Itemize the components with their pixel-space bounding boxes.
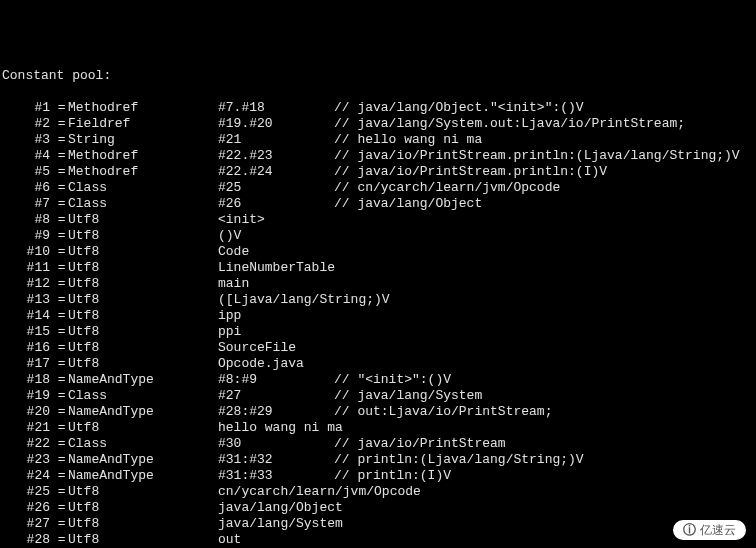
entry-tag: Class bbox=[68, 388, 218, 404]
entry-index: #18 bbox=[2, 372, 50, 388]
entry-tag: Utf8 bbox=[68, 276, 218, 292]
constant-pool-entry: #7 = Class#26// java/lang/Object bbox=[2, 196, 754, 212]
entry-comment: // java/lang/System bbox=[334, 388, 482, 404]
equals-sign: = bbox=[50, 452, 68, 468]
entry-index: #22 bbox=[2, 436, 50, 452]
entry-ref: #25 bbox=[218, 180, 334, 196]
entry-index: #14 bbox=[2, 308, 50, 324]
entry-tag: Utf8 bbox=[68, 532, 218, 548]
entry-index: #5 bbox=[2, 164, 50, 180]
equals-sign: = bbox=[50, 436, 68, 452]
entry-tag: Utf8 bbox=[68, 420, 218, 436]
entry-tag: NameAndType bbox=[68, 468, 218, 484]
entry-tag: Utf8 bbox=[68, 244, 218, 260]
entry-ref: #22.#23 bbox=[218, 148, 334, 164]
equals-sign: = bbox=[50, 356, 68, 372]
entry-tag: NameAndType bbox=[68, 404, 218, 420]
entry-comment: // java/io/PrintStream.println:(Ljava/la… bbox=[334, 148, 740, 164]
entry-ref: <init> bbox=[218, 212, 334, 228]
entry-index: #8 bbox=[2, 212, 50, 228]
entry-tag: Utf8 bbox=[68, 516, 218, 532]
entry-tag: Class bbox=[68, 196, 218, 212]
entry-ref: Opcode.java bbox=[218, 356, 334, 372]
equals-sign: = bbox=[50, 228, 68, 244]
entry-comment: // println:(Ljava/lang/String;)V bbox=[334, 452, 584, 468]
entry-index: #1 bbox=[2, 100, 50, 116]
constant-pool-entry: #21 = Utf8hello wang ni ma bbox=[2, 420, 754, 436]
entry-ref: out bbox=[218, 532, 334, 548]
entry-tag: Utf8 bbox=[68, 356, 218, 372]
watermark-badge: ⓘ 亿速云 bbox=[673, 520, 746, 540]
constant-pool-entry: #25 = Utf8cn/ycarch/learn/jvm/Opcode bbox=[2, 484, 754, 500]
entry-ref: #7.#18 bbox=[218, 100, 334, 116]
entry-index: #17 bbox=[2, 356, 50, 372]
entry-ref: hello wang ni ma bbox=[218, 420, 334, 436]
entry-index: #19 bbox=[2, 388, 50, 404]
entry-tag: Methodref bbox=[68, 100, 218, 116]
constant-pool-entry: #24 = NameAndType#31:#33// println:(I)V bbox=[2, 468, 754, 484]
entry-index: #28 bbox=[2, 532, 50, 548]
entry-index: #15 bbox=[2, 324, 50, 340]
equals-sign: = bbox=[50, 516, 68, 532]
entry-tag: Class bbox=[68, 436, 218, 452]
equals-sign: = bbox=[50, 116, 68, 132]
equals-sign: = bbox=[50, 324, 68, 340]
constant-pool-entry: #19 = Class#27// java/lang/System bbox=[2, 388, 754, 404]
equals-sign: = bbox=[50, 212, 68, 228]
entry-index: #26 bbox=[2, 500, 50, 516]
entry-index: #9 bbox=[2, 228, 50, 244]
entry-index: #13 bbox=[2, 292, 50, 308]
entry-comment: // java/lang/System.out:Ljava/io/PrintSt… bbox=[334, 116, 685, 132]
constant-pool-entry: #10 = Utf8Code bbox=[2, 244, 754, 260]
constant-pool-entry: #5 = Methodref#22.#24// java/io/PrintStr… bbox=[2, 164, 754, 180]
constant-pool-header: Constant pool: bbox=[2, 68, 754, 84]
entry-ref: main bbox=[218, 276, 334, 292]
entry-tag: NameAndType bbox=[68, 372, 218, 388]
entry-ref: java/lang/System bbox=[218, 516, 334, 532]
entry-tag: Utf8 bbox=[68, 340, 218, 356]
constant-pool-entry: #11 = Utf8LineNumberTable bbox=[2, 260, 754, 276]
equals-sign: = bbox=[50, 484, 68, 500]
entry-ref: SourceFile bbox=[218, 340, 334, 356]
entry-index: #27 bbox=[2, 516, 50, 532]
constant-pool-entry: #17 = Utf8Opcode.java bbox=[2, 356, 754, 372]
watermark-logo-icon: ⓘ bbox=[683, 522, 696, 538]
entry-comment: // java/lang/Object."<init>":()V bbox=[334, 100, 584, 116]
constant-pool-entry: #9 = Utf8()V bbox=[2, 228, 754, 244]
entry-tag: Utf8 bbox=[68, 500, 218, 516]
constant-pool-entry: #15 = Utf8ppi bbox=[2, 324, 754, 340]
entry-index: #20 bbox=[2, 404, 50, 420]
constant-pool-entry: #13 = Utf8([Ljava/lang/String;)V bbox=[2, 292, 754, 308]
constant-pool-entry: #8 = Utf8<init> bbox=[2, 212, 754, 228]
entry-index: #21 bbox=[2, 420, 50, 436]
equals-sign: = bbox=[50, 420, 68, 436]
entry-ref: ()V bbox=[218, 228, 334, 244]
entry-index: #11 bbox=[2, 260, 50, 276]
constant-pool-entry: #2 = Fieldref#19.#20// java/lang/System.… bbox=[2, 116, 754, 132]
equals-sign: = bbox=[50, 308, 68, 324]
equals-sign: = bbox=[50, 388, 68, 404]
entry-ref: #8:#9 bbox=[218, 372, 334, 388]
entry-index: #10 bbox=[2, 244, 50, 260]
entry-tag: Utf8 bbox=[68, 260, 218, 276]
constant-pool-entry: #16 = Utf8SourceFile bbox=[2, 340, 754, 356]
entry-tag: Methodref bbox=[68, 148, 218, 164]
entry-comment: // java/lang/Object bbox=[334, 196, 482, 212]
constant-pool-entry: #22 = Class#30// java/io/PrintStream bbox=[2, 436, 754, 452]
entry-comment: // println:(I)V bbox=[334, 468, 451, 484]
equals-sign: = bbox=[50, 292, 68, 308]
entry-ref: #21 bbox=[218, 132, 334, 148]
entry-ref: #22.#24 bbox=[218, 164, 334, 180]
entry-ref: ppi bbox=[218, 324, 334, 340]
entry-tag: Utf8 bbox=[68, 228, 218, 244]
entry-tag: Utf8 bbox=[68, 484, 218, 500]
entry-tag: Utf8 bbox=[68, 212, 218, 228]
equals-sign: = bbox=[50, 148, 68, 164]
entry-index: #7 bbox=[2, 196, 50, 212]
constant-pool-entry: #26 = Utf8java/lang/Object bbox=[2, 500, 754, 516]
equals-sign: = bbox=[50, 340, 68, 356]
entry-tag: NameAndType bbox=[68, 452, 218, 468]
entry-ref: #26 bbox=[218, 196, 334, 212]
constant-pool-entry: #23 = NameAndType#31:#32// println:(Ljav… bbox=[2, 452, 754, 468]
entry-index: #2 bbox=[2, 116, 50, 132]
